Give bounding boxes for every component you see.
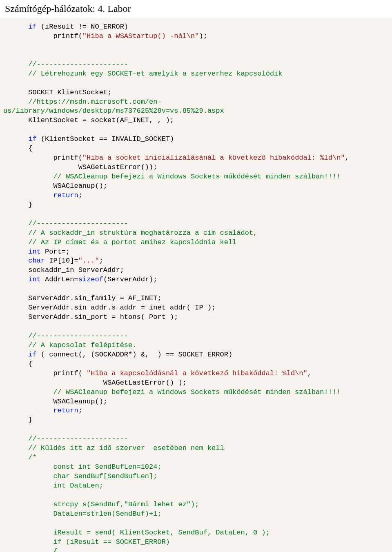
code-text: SOCKET KlientSocket; (3, 89, 111, 96)
comment: // WSACleanup befejezi a Windows Sockets… (3, 173, 341, 180)
code-text: WSAGetLastError()); (3, 163, 157, 171)
code-text: ( connect(, (SOCKADDR*) &, ) == SOCKET_E… (37, 351, 232, 358)
document-page: Számítógép-hálózatok: 4. Labor if (iResu… (0, 0, 392, 552)
comment: // A sockaddr_in struktúra meghatározza … (3, 229, 257, 237)
comment-block-open: /* (3, 454, 37, 461)
keyword-char: char (28, 257, 45, 265)
code-text: ); (199, 32, 207, 40)
brace: } (3, 201, 32, 209)
keyword-if: if (28, 23, 36, 31)
code-text: ; (99, 257, 103, 265)
comment: //---------------------- (3, 435, 128, 443)
comment: strcpy_s(SendBuf,"Bármi lehet ez"); (3, 501, 199, 508)
code-text: printf( (3, 154, 82, 162)
code-text: , (307, 369, 312, 377)
keyword-int: int (28, 276, 41, 283)
code-text: ; (78, 407, 82, 414)
comment: DataLen=strlen(SendBuf)+1; (3, 510, 162, 518)
keyword-return: return (53, 191, 78, 199)
code-text: ServerAddr.sin_addr.s_addr = inet_addr( … (3, 304, 216, 312)
code-text: AddrLen= (41, 276, 78, 283)
code-text: IP[10]= (45, 257, 78, 265)
comment: iResult = send( KlientSocket, SendBuf, D… (3, 529, 270, 536)
code-text: , (345, 154, 349, 162)
string-literal: "Hiba a kapcsolódásnál a következő hibak… (87, 369, 307, 377)
brace: { (3, 145, 32, 152)
comment: { (3, 548, 58, 552)
code-listing: if (iResult != NO_ERROR) printf("Hiba a … (0, 18, 392, 552)
code-text: KlientSocket = socket(AF_INET, , ); (3, 116, 174, 124)
code-text: printf( (3, 369, 87, 377)
brace: } (3, 416, 32, 424)
comment: // Létrehozunk egy SOCKET-et amelyik a s… (3, 70, 283, 78)
comment: // Küldés itt az idő szerver esetében ne… (3, 444, 228, 452)
keyword-return: return (53, 407, 78, 414)
keyword-if: if (28, 135, 36, 143)
keyword-int: int (28, 248, 41, 256)
comment: // WSACleanup befejezi a Windows Sockets… (3, 388, 341, 396)
comment: const int SendBufLen=1024; (3, 463, 162, 471)
code-text: ; (78, 191, 82, 199)
comment: int DataLen; (3, 482, 103, 490)
code-text: Port=; (41, 248, 70, 256)
page-title: Számítógép-hálózatok: 4. Labor (0, 0, 392, 18)
code-text: (ServerAddr); (103, 276, 158, 283)
comment: //---------------------- (3, 220, 128, 227)
comment: // A kapcsolat felépítése. (3, 341, 136, 349)
code-text: ServerAddr.sin_port = htons( Port ); (3, 313, 178, 321)
code-text: sockaddr_in ServerAddr; (3, 266, 124, 274)
code-text: (iResult != NO_ERROR) (37, 23, 128, 31)
code-text: WSAGetLastError() ); (3, 379, 187, 387)
code-text: printf( (3, 32, 82, 40)
code-text: (KlientSocket == INVALID_SOCKET) (37, 135, 174, 143)
string-literal: "..." (78, 257, 99, 265)
comment: us/library/windows/desktop/ms737625%28v=… (3, 107, 224, 115)
comment: //https://msdn.microsoft.com/en- (3, 98, 162, 106)
string-literal: "Hiba a WSAStartup() -nál\n" (82, 32, 199, 40)
code-text: WSACleanup(); (3, 398, 107, 405)
string-literal: "Hiba a socket inicializálásánál a követ… (82, 154, 345, 162)
keyword-sizeof: sizeof (78, 276, 103, 283)
comment: //---------------------- (3, 332, 128, 340)
keyword-if: if (28, 351, 36, 358)
comment: char SendBuf[SendBufLen]; (3, 472, 157, 480)
comment: // Az IP címet és a portot amihez kapcsl… (3, 238, 236, 246)
code-text: ServerAddr.sin_family = AF_INET; (3, 294, 162, 302)
brace: { (3, 360, 32, 368)
comment: if (iResult == SOCKET_ERROR) (3, 538, 170, 546)
comment: //---------------------- (3, 60, 128, 68)
code-text: WSACleanup(); (3, 182, 107, 190)
